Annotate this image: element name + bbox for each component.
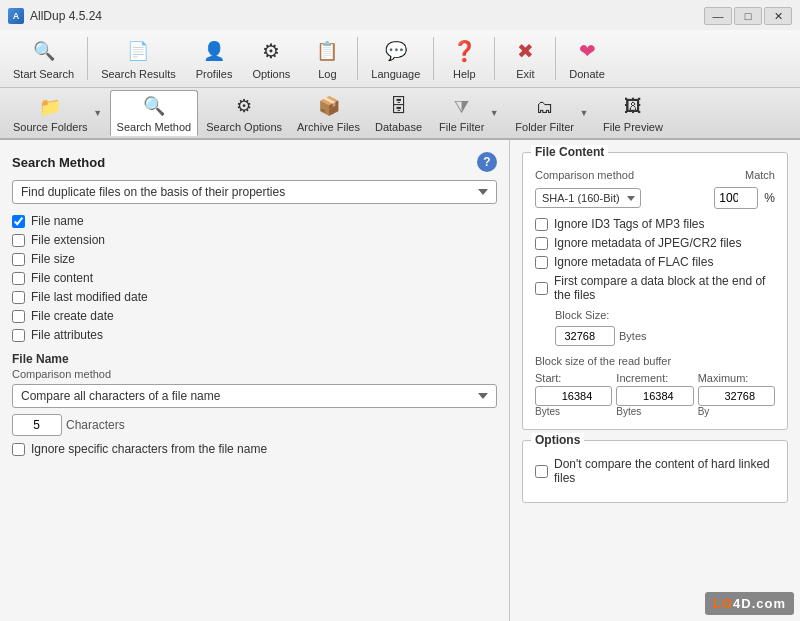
cb-ignore-flac: Ignore metadata of FLAC files — [535, 255, 775, 269]
title-bar: A AllDup 4.5.24 — □ ✕ — [0, 0, 800, 30]
app-icon: A — [8, 8, 24, 24]
file-name-comparison-dropdown[interactable]: Compare all characters of a file name Co… — [12, 384, 497, 408]
options-label: Options — [252, 68, 290, 80]
characters-input[interactable] — [12, 414, 62, 436]
tb2-folder-filter[interactable]: Folder Filter ▼ — [506, 90, 595, 136]
checkbox-file-create-date: File create date — [12, 309, 497, 323]
file-name-section-title: File Name — [12, 352, 497, 366]
tb2-file-preview[interactable]: File Preview — [596, 90, 670, 136]
characters-input-wrap: Characters — [12, 414, 497, 436]
ignore-id3-label: Ignore ID3 Tags of MP3 files — [554, 217, 705, 231]
buffer-increment-col: Increment: Bytes — [616, 372, 693, 417]
search-method-title: Search Method — [12, 155, 105, 170]
watermark-suffix: 4D.com — [733, 596, 786, 611]
file-content-group: File Content Comparison method Match SHA… — [522, 152, 788, 430]
file-preview-icon — [619, 93, 647, 119]
close-button[interactable]: ✕ — [764, 7, 792, 25]
checkbox-file-size: File size — [12, 252, 497, 266]
checkboxes-group: File name File extension File size File … — [12, 214, 497, 342]
checkbox-file-extension: File extension — [12, 233, 497, 247]
archive-files-icon — [315, 93, 343, 119]
options-icon — [255, 37, 287, 65]
search-method-icon — [140, 93, 168, 119]
match-value-input[interactable] — [714, 187, 758, 209]
minimize-button[interactable]: — — [704, 7, 732, 25]
help-label: Help — [453, 68, 476, 80]
buffer-start-input[interactable] — [535, 386, 612, 406]
sep3 — [433, 37, 434, 80]
buffer-increment-label: Increment: — [616, 372, 693, 384]
help-icon — [448, 37, 480, 65]
tb2-archive-files[interactable]: Archive Files — [290, 90, 367, 136]
file-create-date-label: File create date — [31, 309, 114, 323]
block-size-input[interactable] — [555, 326, 615, 346]
file-attributes-checkbox[interactable] — [12, 329, 25, 342]
toolbar-exit[interactable]: Exit — [499, 33, 551, 84]
characters-label: Characters — [66, 418, 125, 432]
first-compare-checkbox[interactable] — [535, 282, 548, 295]
search-results-icon — [122, 37, 154, 65]
profiles-label: Profiles — [196, 68, 233, 80]
toolbar-help[interactable]: Help — [438, 33, 490, 84]
checkbox-file-attributes: File attributes — [12, 328, 497, 342]
block-size-input-row: Bytes — [555, 326, 775, 346]
file-last-modified-checkbox[interactable] — [12, 291, 25, 304]
buffer-start-unit: Bytes — [535, 406, 612, 417]
block-size-unit: Bytes — [619, 330, 647, 342]
buffer-maximum-unit: By — [698, 406, 775, 417]
search-method-dropdown[interactable]: Find duplicate files on the basis of the… — [12, 180, 497, 204]
ignore-flac-checkbox[interactable] — [535, 256, 548, 269]
toolbar-log[interactable]: Log — [301, 33, 353, 84]
tb2-search-method[interactable]: Search Method — [110, 90, 199, 136]
no-hard-link-label: Don't compare the content of hard linked… — [554, 457, 775, 485]
watermark: LO4D.com — [705, 592, 794, 615]
comparison-method-subtitle: Comparison method — [12, 368, 497, 380]
toolbar-donate[interactable]: Donate — [560, 33, 613, 84]
right-panel: File Content Comparison method Match SHA… — [510, 140, 800, 621]
toolbar-search-results[interactable]: Search Results — [92, 33, 185, 84]
donate-label: Donate — [569, 68, 604, 80]
cb-no-hard-link: Don't compare the content of hard linked… — [535, 457, 775, 485]
no-hard-link-checkbox[interactable] — [535, 465, 548, 478]
buffer-maximum-input[interactable] — [698, 386, 775, 406]
help-button[interactable]: ? — [477, 152, 497, 172]
tb2-database[interactable]: Database — [368, 90, 429, 136]
database-icon — [385, 93, 413, 119]
checkbox-file-last-modified: File last modified date — [12, 290, 497, 304]
read-buffer-label: Block size of the read buffer — [535, 355, 671, 367]
file-content-checkbox[interactable] — [12, 272, 25, 285]
buffer-maximum-col: Maximum: By — [698, 372, 775, 417]
donate-icon — [571, 37, 603, 65]
buffer-increment-input[interactable] — [616, 386, 693, 406]
file-extension-checkbox[interactable] — [12, 234, 25, 247]
file-name-section: File Name Comparison method Compare all … — [12, 352, 497, 436]
tb2-search-options[interactable]: Search Options — [199, 90, 289, 136]
toolbar-language[interactable]: Language — [362, 33, 429, 84]
search-method-header: Search Method ? — [12, 152, 497, 172]
options-group: Options Don't compare the content of har… — [522, 440, 788, 503]
log-label: Log — [318, 68, 336, 80]
ignore-id3-checkbox[interactable] — [535, 218, 548, 231]
source-folders-label: Source Folders — [13, 121, 88, 133]
title-bar-controls: — □ ✕ — [704, 7, 792, 25]
sep5 — [555, 37, 556, 80]
ignore-jpeg-checkbox[interactable] — [535, 237, 548, 250]
buffer-increment-unit: Bytes — [616, 406, 693, 417]
file-content-title: File Content — [531, 145, 608, 159]
comparison-method-select[interactable]: SHA-1 (160-Bit) MD5 (128-Bit) CRC32 (32-… — [535, 188, 641, 208]
file-create-date-checkbox[interactable] — [12, 310, 25, 323]
file-size-checkbox[interactable] — [12, 253, 25, 266]
tb2-source-folders[interactable]: Source Folders ▼ — [4, 90, 109, 136]
toolbar-start-search[interactable]: Start Search — [4, 33, 83, 84]
ignore-specific-checkbox[interactable] — [12, 443, 25, 456]
source-folders-icon — [36, 93, 64, 121]
exit-label: Exit — [516, 68, 534, 80]
toolbar-options[interactable]: Options — [243, 33, 299, 84]
maximize-button[interactable]: □ — [734, 7, 762, 25]
toolbar-profiles[interactable]: Profiles — [187, 33, 242, 84]
tb2-file-filter[interactable]: File Filter ▼ — [430, 90, 505, 136]
percent-label: % — [764, 191, 775, 205]
first-compare-label: First compare a data block at the end of… — [554, 274, 775, 302]
file-filter-icon — [448, 93, 476, 121]
file-name-checkbox[interactable] — [12, 215, 25, 228]
